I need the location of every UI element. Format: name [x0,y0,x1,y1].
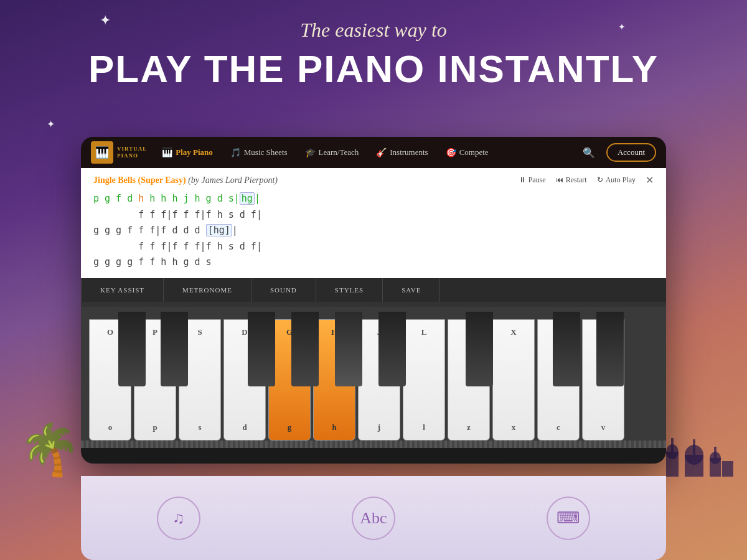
piano-area: O o P p S s D d [81,302,666,448]
navbar: 🎹 VIRTUALPIANO 🎹 Play Piano 🎵 Music Shee… [81,137,666,168]
nav-learn-teach[interactable]: 🎓 Learn/Teach [298,144,367,162]
main-title: PLAY THE PIANO INSTANTLY [0,47,747,91]
music-notes-icon: ♫ [172,509,185,528]
sound-button[interactable]: SOUND [251,278,316,302]
nav-instruments[interactable]: 🎸 Instruments [369,144,435,162]
guitar-icon: 🎸 [376,147,387,158]
text-icon: Abc [360,509,387,528]
close-button[interactable]: ✕ [646,174,654,186]
piano-key-O[interactable]: O o [89,319,131,441]
restart-button[interactable]: ⏮ Restart [556,175,587,185]
key-assist-button[interactable]: KEY ASSIST [81,278,164,302]
sheet-header: Jingle Bells (Super Easy) (by James Lord… [93,174,654,186]
svg-rect-9 [722,461,733,477]
logo[interactable]: 🎹 VIRTUALPIANO [91,141,147,164]
account-button[interactable]: Account [606,143,656,162]
autoplay-button[interactable]: ↻ Auto Play [597,175,636,185]
sheet-area: Jingle Bells (Super Easy) (by James Lord… [81,168,666,278]
save-button[interactable]: SAVE [383,278,440,302]
city-silhouette-decoration [660,421,735,479]
music-notes-button[interactable]: ♫ [157,497,200,540]
note-line-1: p g f d h h h h j h g d s|hg| [93,191,654,207]
subtitle: The easiest way to [0,19,747,42]
bottom-section: ♫ Abc ⌨ [81,476,666,560]
piano-key-V[interactable]: V v [582,319,624,441]
svg-rect-5 [693,439,695,455]
piano-key-D[interactable]: D d [223,319,266,441]
header-section: The easiest way to PLAY THE PIANO INSTAN… [0,0,747,91]
note-line-3: g g g f f f|f d d d [hg]| [93,223,654,239]
controls-bar: KEY ASSIST METRONOME SOUND STYLES SAVE [81,278,666,302]
music-note-icon: 🎵 [230,147,241,158]
piano-icon: 🎹 [162,147,172,158]
star-decoration-3: ✦ [47,118,55,130]
device-frame: 🎹 VIRTUALPIANO 🎹 Play Piano 🎵 Music Shee… [81,137,666,464]
piano-key-L[interactable]: L l [403,319,445,441]
piano-key-J[interactable]: J j [358,319,400,441]
note-lines: p g f d h h h h j h g d s|hg| f f f|f f … [93,191,654,271]
compete-icon: 🎯 [446,147,456,158]
pause-button[interactable]: ⏸ Pause [519,175,546,185]
styles-button[interactable]: STYLES [316,278,383,302]
piano-key-G[interactable]: G g [268,319,311,441]
keyboard-button[interactable]: ⌨ [547,497,590,540]
note-line-5: g g g g f f h h g d s [93,254,654,271]
logo-text: VIRTUALPIANO [117,146,147,159]
search-button[interactable]: 🔍 [579,142,599,162]
piano-key-Z[interactable]: Z z [448,319,490,441]
note-line-2: f f f|f f f|f h s d f| [93,207,654,223]
piano-key-C[interactable]: C c [537,319,580,441]
sheet-controls: ⏸ Pause ⏮ Restart ↻ Auto Play ✕ [519,174,654,186]
note-line-4: f f f|f f f|f h s d f| [93,239,654,255]
piano-key-H[interactable]: H h [313,319,355,441]
piano-key-X[interactable]: X x [492,319,535,441]
sheet-title: Jingle Bells (Super Easy) (by James Lord… [93,175,278,185]
piano-key-S[interactable]: S s [179,319,221,441]
nav-compete[interactable]: 🎯 Compete [438,144,496,162]
keyboard-icon: ⌨ [557,508,580,528]
nav-music-sheets[interactable]: 🎵 Music Sheets [223,144,295,162]
metronome-button[interactable]: METRONOME [164,278,251,302]
abc-button[interactable]: Abc [352,497,395,540]
nav-play-piano[interactable]: 🎹 Play Piano [154,144,220,162]
palm-tree-decoration: 🌴 [19,421,81,479]
logo-icon: 🎹 [91,141,113,164]
learn-icon: 🎓 [305,147,316,158]
piano-key-P[interactable]: P p [134,319,176,441]
svg-rect-8 [714,447,716,458]
svg-rect-2 [671,438,674,452]
